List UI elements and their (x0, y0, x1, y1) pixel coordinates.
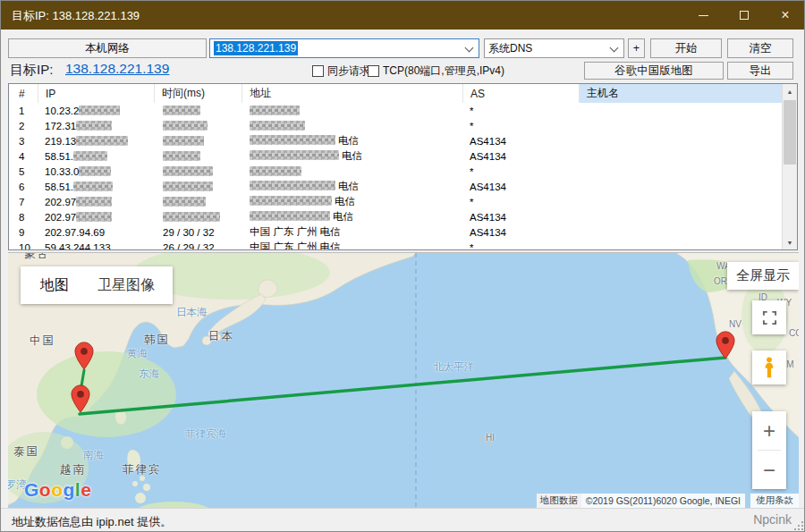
tab-map[interactable]: 地图 (40, 276, 69, 295)
col-header-ip[interactable]: IP (38, 84, 154, 103)
cell-addr (242, 166, 462, 177)
cell-time (154, 197, 242, 207)
col-header-addr[interactable]: 地址 (242, 84, 462, 103)
table-row[interactable]: 7 202.97 电信 * (9, 194, 782, 209)
google-logo-letter: o (39, 479, 51, 500)
fullscreen-toggle-button[interactable] (752, 300, 786, 334)
zoom-out-button[interactable]: − (752, 451, 786, 489)
close-button[interactable]: × (765, 1, 805, 30)
cell-num: 8 (9, 212, 38, 223)
cell-as: AS4134 (462, 212, 579, 223)
ip-combobox[interactable]: 138.128.221.139 (209, 38, 479, 58)
scroll-down-icon[interactable]: ▼ (783, 235, 797, 249)
cell-as: * (462, 166, 579, 177)
fullscreen-icon (762, 310, 777, 325)
minimize-icon (699, 15, 708, 16)
table-row[interactable]: 8 202.97 电信 AS4134 (9, 209, 782, 224)
start-button[interactable]: 开始 (650, 38, 722, 58)
google-logo-letter: o (51, 479, 63, 500)
local-network-button[interactable]: 本机网络 (8, 38, 207, 58)
map-marker-icon[interactable] (74, 342, 94, 369)
pegman-icon (762, 356, 776, 379)
resize-grip-icon[interactable] (792, 519, 803, 530)
table-header: # IP 时间(ms) 地址 AS 主机名 (9, 84, 782, 103)
cell-as: * (462, 121, 579, 131)
cell-addr: 电信 (242, 134, 462, 148)
redacted-mosaic (250, 150, 339, 160)
table-row[interactable]: 5 10.33.0 * (9, 164, 782, 179)
map-type-control: 地图 卫星图像 (21, 266, 173, 304)
cell-num: 4 (9, 151, 38, 162)
export-button[interactable]: 导出 (727, 62, 793, 80)
col-header-num[interactable]: # (9, 84, 38, 103)
cell-addr: 电信 (242, 195, 462, 208)
fullscreen-show-button[interactable]: 全屏显示 (727, 262, 799, 290)
map-label: 东海 (139, 367, 159, 381)
table-row[interactable]: 4 58.51. 电信 AS4134 (9, 148, 782, 164)
app-window: 目标IP: 138.128.221.139 × 本机网络 138.128.221… (0, 0, 805, 532)
redacted-mosaic (73, 182, 113, 191)
col-header-host[interactable]: 主机名 (579, 84, 782, 103)
dns-combobox[interactable]: 系统DNS (484, 38, 624, 58)
checkbox-icon (368, 65, 379, 77)
hops-table: # IP 时间(ms) 地址 AS 主机名 1 10.23.2 * 2 172.… (8, 83, 798, 250)
table-row[interactable]: 10 59.43.244.133 26 / 29 / 32 中国 广东 广州 电… (9, 240, 782, 249)
map-label: 日本 (208, 329, 234, 344)
redacted-mosaic (163, 166, 213, 176)
cell-time: 29 / 30 / 32 (154, 227, 242, 238)
google-cn-map-button[interactable]: 谷歌中国版地图 (584, 62, 724, 80)
map-label: 北太平洋 (433, 360, 474, 374)
redacted-mosaic (250, 121, 305, 131)
cell-addr (242, 121, 462, 131)
map-canvas[interactable]: 蒙古中国韩国日本日本海黄海东海北太平洋菲律宾海南海泰国越南菲律宾暹罗湾WAORI… (8, 252, 799, 508)
table-scrollbar[interactable]: ▲ ▼ (782, 84, 797, 249)
redacted-mosaic (76, 121, 112, 131)
map-label: OR (714, 276, 727, 286)
cell-ip: 58.51. (38, 182, 154, 192)
target-ip-link[interactable]: 138.128.221.139 (65, 61, 169, 77)
redacted-mosaic (163, 136, 204, 146)
cell-time (154, 106, 242, 116)
table-row[interactable]: 6 58.51. 电信 AS4134 (9, 179, 782, 194)
map-marker-icon[interactable] (716, 331, 735, 359)
table-row[interactable]: 2 172.31 * (9, 118, 782, 133)
map-marker-icon[interactable] (71, 384, 90, 412)
scroll-up-icon[interactable]: ▲ (783, 84, 797, 98)
cell-ip: 58.51. (38, 151, 154, 162)
pegman-button[interactable] (752, 350, 786, 384)
terms-of-use-link[interactable]: 使用条款 (750, 494, 799, 508)
target-ip-label: 目标IP: (10, 62, 53, 79)
minimize-button[interactable] (682, 1, 724, 30)
tcp-checkbox[interactable]: TCP(80端口,管理员,IPv4) (368, 63, 504, 79)
add-target-button[interactable]: + (628, 38, 645, 58)
redacted-mosaic (250, 181, 335, 190)
ip-combobox-value: 138.128.221.139 (214, 41, 298, 55)
watermark-text: Npcink (753, 512, 792, 527)
maximize-button[interactable] (724, 1, 765, 30)
redacted-mosaic (79, 166, 111, 176)
zoom-in-button[interactable]: + (752, 411, 786, 450)
google-logo[interactable]: Google (24, 479, 91, 501)
clear-button[interactable]: 清空 (727, 38, 793, 58)
cell-addr: 电信 (242, 149, 462, 163)
map-label: 菲律宾海 (185, 427, 226, 441)
scrollbar-thumb[interactable] (784, 100, 796, 165)
cell-addr: 电信 (242, 180, 462, 193)
col-header-time[interactable]: 时间(ms) (154, 84, 242, 103)
sync-request-checkbox[interactable]: 同步请求 (312, 63, 370, 79)
cell-ip: 202.97 (38, 212, 154, 223)
table-row[interactable]: 9 202.97.94.69 29 / 30 / 32 中国 广东 广州 电信 … (9, 224, 782, 240)
tab-satellite[interactable]: 卫星图像 (97, 276, 155, 295)
redacted-mosaic (76, 212, 112, 222)
table-row[interactable]: 3 219.13 电信 AS4134 (9, 133, 782, 148)
cell-time (154, 212, 242, 223)
status-text: 地址数据信息由 ipip.net 提供。 (12, 514, 172, 530)
cell-addr: 中国 广东 广州 电信 (242, 225, 462, 239)
cell-time (154, 121, 242, 131)
col-header-as[interactable]: AS (462, 84, 579, 103)
cell-ip: 10.23.2 (38, 106, 154, 116)
cell-addr: 中国 广东 广州 电信 (242, 241, 462, 249)
checkbox-icon (312, 65, 324, 77)
table-row[interactable]: 1 10.23.2 * (9, 103, 782, 118)
redacted-mosaic (163, 182, 213, 191)
